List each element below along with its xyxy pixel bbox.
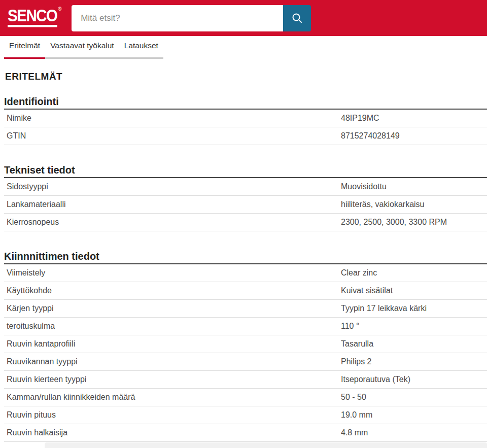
spec-label: Ruuvin pituus [4, 410, 341, 420]
spec-label: Lankamateriaalli [4, 199, 341, 210]
spec-row: Kärjen tyyppiTyypin 17 leikkava kärki [4, 300, 487, 318]
page-title: ERITELMÄT [5, 71, 487, 82]
spec-row: SidostyyppiMuovisidottu [4, 178, 487, 196]
spec-value: hiiliteräs, vakiokarkaisu [341, 199, 487, 210]
spec-label: Ruuvikannan tyyppi [4, 357, 341, 367]
spec-value: 110 ° [341, 321, 487, 331]
spec-row: teroituskulma110 ° [4, 318, 487, 335]
tab-vastaavat-tyokalut[interactable]: Vastaavat työkalut [45, 41, 119, 59]
spec-label: teroituskulma [4, 321, 341, 331]
spec-value: 8715274028149 [341, 131, 487, 141]
spec-row: Kierrosnopeus2300, 2500, 3000, 3300 RPM [4, 214, 487, 231]
spec-label: Kamman/rullan kiinnikkeiden määrä [4, 392, 341, 402]
spec-row: Ruuvin pituus19.0 mm [4, 406, 487, 424]
spec-value: 19.0 mm [341, 410, 487, 420]
spec-label: Ruuvin kantaprofiili [4, 339, 341, 349]
spec-section-identifiointi: IdentifiointiNimike48IP19MCGTIN871527402… [4, 96, 487, 145]
spec-label: Kierrosnopeus [4, 217, 341, 227]
search-input[interactable] [72, 5, 283, 31]
spec-row: Ruuvin kantaprofiiliTasarulla [4, 335, 487, 353]
tab-bar: EritelmätVastaavat työkalutLataukset [0, 36, 163, 59]
spec-value: Itseporautuva (Tek) [341, 374, 487, 385]
spec-sections: IdentifiointiNimike48IP19MCGTIN871527402… [4, 96, 487, 442]
spec-label: Ruuvin kierteen tyyppi [4, 374, 341, 385]
search-button[interactable] [283, 5, 311, 31]
spec-row: Ruuvikannan tyyppiPhilips 2 [4, 353, 487, 371]
spec-label: Kärjen tyyppi [4, 303, 341, 314]
spec-value: 48IP19MC [341, 113, 487, 123]
spec-row: Ruuvin kierteen tyyppiItseporautuva (Tek… [4, 371, 487, 389]
senco-logo-text: SENCO [8, 7, 57, 27]
spec-row: Nimike48IP19MC [4, 110, 487, 127]
spec-label: Viimeistely [4, 268, 341, 278]
site-header: SENCO® [0, 0, 487, 36]
spec-section-tekniset-tiedot: Tekniset tiedotSidostyyppiMuovisidottuLa… [4, 164, 487, 231]
spec-row: Lankamateriaallihiiliteräs, vakiokarkais… [4, 196, 487, 214]
spec-label: Ruuvin halkaisija [4, 428, 341, 438]
spec-label: Nimike [4, 113, 341, 123]
search-icon [291, 12, 304, 25]
spec-row: KäyttökohdeKuivat sisätilat [4, 282, 487, 300]
spec-value: Philips 2 [341, 357, 487, 367]
spec-value: Muovisidottu [341, 182, 487, 192]
spec-value: Tasarulla [341, 339, 487, 349]
spec-section-kiinnnittimen-tiedot: Kiinnnittimen tiedotViimeistelyClear zin… [4, 251, 487, 442]
spec-row: GTIN8715274028149 [4, 127, 487, 145]
spec-value: Tyypin 17 leikkava kärki [341, 303, 487, 314]
search-bar [72, 5, 311, 31]
spec-value: 2300, 2500, 3000, 3300 RPM [341, 217, 487, 227]
spec-value: Kuivat sisätilat [341, 286, 487, 296]
section-title: Identifiointi [4, 96, 487, 110]
spec-row: Ruuvin halkaisija4.8 mm [4, 424, 487, 442]
below-fold-strip [45, 442, 487, 448]
senco-logo[interactable]: SENCO® [8, 7, 61, 27]
spec-row: ViimeistelyClear zinc [4, 264, 487, 282]
section-title: Kiinnnittimen tiedot [4, 251, 487, 264]
specifications-content: ERITELMÄT IdentifiointiNimike48IP19MCGTI… [0, 71, 487, 442]
spec-row: Kamman/rullan kiinnikkeiden määrä50 - 50 [4, 389, 487, 406]
spec-value: 4.8 mm [341, 428, 487, 438]
spec-value: Clear zinc [341, 268, 487, 278]
tab-lataukset[interactable]: Lataukset [119, 41, 163, 59]
spec-label: Käyttökohde [4, 286, 341, 296]
registered-trademark-mark: ® [58, 6, 62, 12]
tab-eritelmat[interactable]: Eritelmät [4, 41, 45, 59]
section-title: Tekniset tiedot [4, 164, 487, 178]
spec-label: GTIN [4, 131, 341, 141]
spec-value: 50 - 50 [341, 392, 487, 402]
spec-label: Sidostyyppi [4, 182, 341, 192]
